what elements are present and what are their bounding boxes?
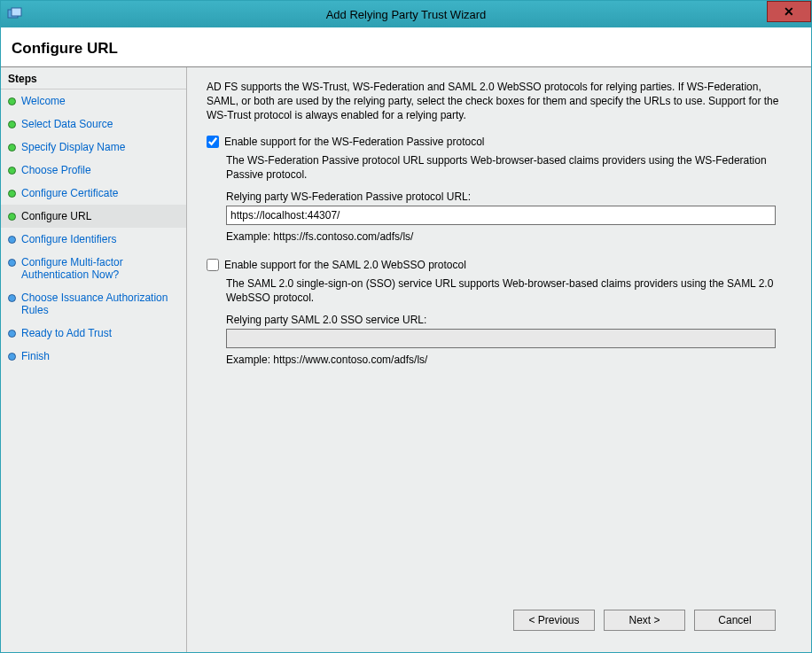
window-title: Add Relying Party Trust Wizard (1, 8, 811, 21)
step-label: Choose Profile (21, 164, 91, 176)
steps-title: Steps (1, 67, 186, 89)
close-button[interactable]: ✕ (767, 1, 811, 22)
step-bullet-icon (8, 144, 16, 152)
content-pane: AD FS supports the WS-Trust, WS-Federati… (187, 67, 811, 652)
step-label: Specify Display Name (21, 141, 125, 153)
wsfed-checkbox-row: Enable support for the WS-Federation Pas… (207, 136, 792, 148)
step-choose-issuance-authorization-rules[interactable]: Choose Issuance Authorization Rules (1, 286, 186, 322)
step-choose-profile[interactable]: Choose Profile (1, 159, 186, 182)
saml-example: Example: https://www.contoso.com/adfs/ls… (226, 354, 792, 366)
saml-checkbox-row: Enable support for the SAML 2.0 WebSSO p… (207, 259, 792, 271)
saml-url-input[interactable] (226, 329, 776, 348)
wizard-body: Steps WelcomeSelect Data SourceSpecify D… (1, 67, 811, 652)
step-label: Configure Multi-factor Authentication No… (21, 256, 179, 281)
previous-button[interactable]: < Previous (513, 610, 595, 631)
step-bullet-icon (8, 294, 16, 302)
intro-text: AD FS supports the WS-Trust, WS-Federati… (207, 80, 792, 123)
step-welcome[interactable]: Welcome (1, 89, 186, 113)
cancel-button[interactable]: Cancel (694, 610, 776, 631)
step-bullet-icon (8, 213, 16, 221)
step-configure-certificate[interactable]: Configure Certificate (1, 182, 186, 205)
step-label: Configure URL (21, 210, 91, 222)
step-bullet-icon (8, 353, 16, 361)
step-label: Configure Certificate (21, 187, 118, 199)
wizard-window: Add Relying Party Trust Wizard ✕ Configu… (0, 0, 812, 653)
step-configure-multi-factor-authentication-now[interactable]: Configure Multi-factor Authentication No… (1, 251, 186, 286)
step-label: Configure Identifiers (21, 233, 116, 245)
saml-url-label: Relying party SAML 2.0 SSO service URL: (226, 314, 792, 326)
wsfed-example: Example: https://fs.contoso.com/adfs/ls/ (226, 230, 792, 243)
step-configure-url[interactable]: Configure URL (1, 205, 186, 228)
wsfed-url-input[interactable] (226, 206, 776, 225)
step-bullet-icon (8, 120, 16, 128)
step-bullet-icon (8, 236, 16, 244)
close-icon: ✕ (784, 4, 794, 19)
step-label: Select Data Source (21, 118, 113, 130)
saml-description: The SAML 2.0 single-sign-on (SSO) servic… (226, 276, 792, 305)
step-finish[interactable]: Finish (1, 345, 186, 368)
wsfed-checkbox[interactable] (207, 136, 219, 148)
wizard-footer: < Previous Next > Cancel (207, 600, 792, 643)
wsfed-description: The WS-Federation Passive protocol URL s… (226, 153, 792, 182)
step-bullet-icon (8, 167, 16, 175)
step-select-data-source[interactable]: Select Data Source (1, 113, 186, 136)
titlebar: Add Relying Party Trust Wizard ✕ (1, 1, 811, 27)
step-configure-identifiers[interactable]: Configure Identifiers (1, 228, 186, 251)
step-bullet-icon (8, 259, 16, 267)
wsfed-checkbox-label[interactable]: Enable support for the WS-Federation Pas… (224, 136, 484, 148)
step-ready-to-add-trust[interactable]: Ready to Add Trust (1, 322, 186, 345)
step-bullet-icon (8, 97, 16, 105)
page-title: Configure URL (12, 40, 800, 58)
saml-checkbox-label[interactable]: Enable support for the SAML 2.0 WebSSO p… (224, 259, 466, 271)
step-bullet-icon (8, 330, 16, 338)
saml-checkbox[interactable] (207, 259, 219, 271)
step-specify-display-name[interactable]: Specify Display Name (1, 136, 186, 159)
wsfed-url-label: Relying party WS-Federation Passive prot… (226, 190, 792, 203)
step-bullet-icon (8, 190, 16, 198)
next-button[interactable]: Next > (604, 610, 685, 631)
step-label: Welcome (21, 95, 66, 107)
step-label: Ready to Add Trust (21, 327, 112, 339)
step-label: Finish (21, 350, 50, 362)
page-header: Configure URL (1, 27, 811, 67)
steps-sidebar: Steps WelcomeSelect Data SourceSpecify D… (1, 67, 187, 652)
step-label: Choose Issuance Authorization Rules (21, 292, 179, 316)
